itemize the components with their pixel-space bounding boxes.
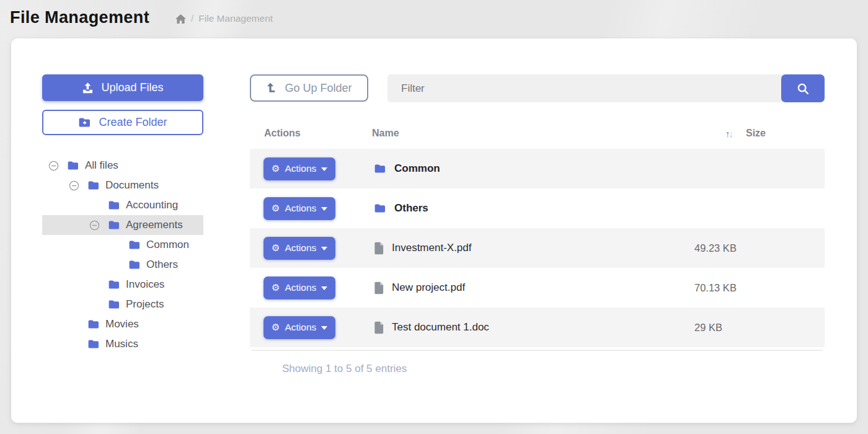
row-actions-button[interactable]: ⚙ Actions <box>264 157 335 180</box>
tree-item-musics[interactable]: Musics <box>42 334 203 354</box>
upload-files-button[interactable]: Upload Files <box>42 74 203 101</box>
filter-group <box>388 74 825 102</box>
table-row: ⚙ Actions Test document 1.doc 29 KB <box>250 308 825 347</box>
breadcrumb: / File Management <box>175 13 273 24</box>
file-icon <box>374 321 384 334</box>
tree-item-label: Documents <box>105 179 159 192</box>
header-name[interactable]: Name <box>372 128 693 139</box>
sort-icon[interactable]: ↑↓ <box>725 128 732 139</box>
file-icon <box>374 242 384 255</box>
caret-down-icon <box>321 207 327 211</box>
tree-item-label: Invoices <box>126 278 164 291</box>
tree-item-movies[interactable]: Movies <box>42 314 203 334</box>
collapse-icon <box>89 299 108 310</box>
folder-icon <box>87 319 100 329</box>
folder-icon <box>128 260 141 270</box>
tree-item-projects[interactable]: Projects <box>42 294 203 314</box>
create-folder-button[interactable]: Create Folder <box>42 110 203 135</box>
table-footer-info: Showing 1 to 5 of 5 entries <box>282 363 825 375</box>
row-size: 70.13 KB <box>693 282 825 294</box>
main-panel: Go Up Folder Actions Name ↑↓ <box>250 74 825 375</box>
search-icon <box>796 82 810 95</box>
collapse-icon <box>89 280 108 290</box>
file-manager-card: Upload Files Create Folder All files <box>11 38 857 423</box>
folder-plus-icon <box>78 117 91 128</box>
collapse-icon <box>110 260 128 270</box>
folder-icon <box>108 299 120 309</box>
tree-item-invoices[interactable]: Invoices <box>42 275 203 294</box>
table-row: ⚙ Actions Common <box>250 149 825 188</box>
gear-icon: ⚙ <box>272 283 280 293</box>
header-size-label: Size <box>746 128 766 139</box>
caret-down-icon <box>321 286 327 290</box>
home-icon[interactable] <box>175 14 186 24</box>
go-up-folder-button[interactable]: Go Up Folder <box>250 74 368 102</box>
page-title: File Management <box>10 8 149 27</box>
table-row: ⚙ Actions New project.pdf 70.13 KB <box>250 268 825 308</box>
gear-icon: ⚙ <box>272 204 280 213</box>
row-name[interactable]: Common <box>394 162 440 175</box>
collapse-icon[interactable] <box>89 220 108 231</box>
breadcrumb-separator: / <box>191 13 193 24</box>
tree-item-label: Others <box>146 259 178 271</box>
collapse-icon[interactable] <box>48 161 67 171</box>
caret-down-icon <box>321 247 327 250</box>
table-row: ⚙ Actions Investment-X.pdf 49.23 KB <box>250 228 825 268</box>
table-header: Actions Name ↑↓ Size <box>250 118 825 149</box>
folder-tree: All files Documents Accounting <box>42 156 203 354</box>
folder-icon <box>374 203 386 213</box>
upload-files-label: Upload Files <box>101 81 163 94</box>
row-name[interactable]: Others <box>394 202 428 215</box>
folder-icon <box>108 280 120 290</box>
collapse-icon <box>69 339 87 350</box>
tree-item-documents[interactable]: Documents <box>42 175 203 195</box>
caret-down-icon <box>321 326 327 330</box>
tree-item-all-files[interactable]: All files <box>42 156 203 175</box>
tree-item-others[interactable]: Others <box>42 255 203 275</box>
gear-icon: ⚙ <box>272 323 280 332</box>
folder-icon <box>128 240 141 250</box>
tree-item-label: Accounting <box>126 199 178 211</box>
row-actions-button[interactable]: ⚙ Actions <box>264 316 335 339</box>
folder-icon <box>374 164 386 174</box>
tree-item-accounting[interactable]: Accounting <box>42 195 203 215</box>
filter-input[interactable] <box>388 74 784 102</box>
tree-item-label: Agreements <box>126 219 183 231</box>
tree-item-label: Musics <box>105 338 138 350</box>
file-icon <box>374 281 384 294</box>
level-up-icon <box>266 82 277 94</box>
go-up-folder-label: Go Up Folder <box>285 82 352 95</box>
tree-item-label: All files <box>85 159 118 172</box>
tree-item-common[interactable]: Common <box>42 235 203 255</box>
collapse-icon <box>110 240 128 250</box>
sidebar: Upload Files Create Folder All files <box>42 74 203 354</box>
table-body: ⚙ Actions Common ⚙ Actions <box>250 149 825 350</box>
tree-item-agreements[interactable]: Agreements <box>42 215 203 235</box>
tree-item-label: Common <box>146 239 189 251</box>
create-folder-label: Create Folder <box>99 116 167 129</box>
toolbar: Go Up Folder <box>250 74 825 102</box>
row-size: 29 KB <box>693 322 825 334</box>
gear-icon: ⚙ <box>272 244 280 253</box>
caret-down-icon <box>321 167 327 171</box>
row-size: 49.23 KB <box>693 242 825 254</box>
row-name[interactable]: New project.pdf <box>392 281 465 294</box>
row-actions-button[interactable]: ⚙ Actions <box>264 197 335 220</box>
row-actions-button[interactable]: ⚙ Actions <box>264 277 335 299</box>
header-size[interactable]: ↑↓ Size <box>693 128 825 139</box>
collapse-icon[interactable] <box>69 180 87 191</box>
folder-icon <box>87 180 100 190</box>
folder-icon <box>108 200 120 210</box>
row-actions-button[interactable]: ⚙ Actions <box>264 237 335 260</box>
folder-icon <box>87 339 100 349</box>
collapse-icon <box>89 200 108 211</box>
row-name[interactable]: Test document 1.doc <box>392 321 489 334</box>
folder-icon <box>67 161 79 170</box>
search-button[interactable] <box>781 74 825 102</box>
table-row: ⚙ Actions Others <box>250 188 825 228</box>
header-actions: Actions <box>250 128 372 139</box>
tree-item-label: Movies <box>105 318 139 330</box>
row-name[interactable]: Investment-X.pdf <box>392 242 472 254</box>
gear-icon: ⚙ <box>272 164 280 174</box>
upload-icon <box>82 82 94 94</box>
